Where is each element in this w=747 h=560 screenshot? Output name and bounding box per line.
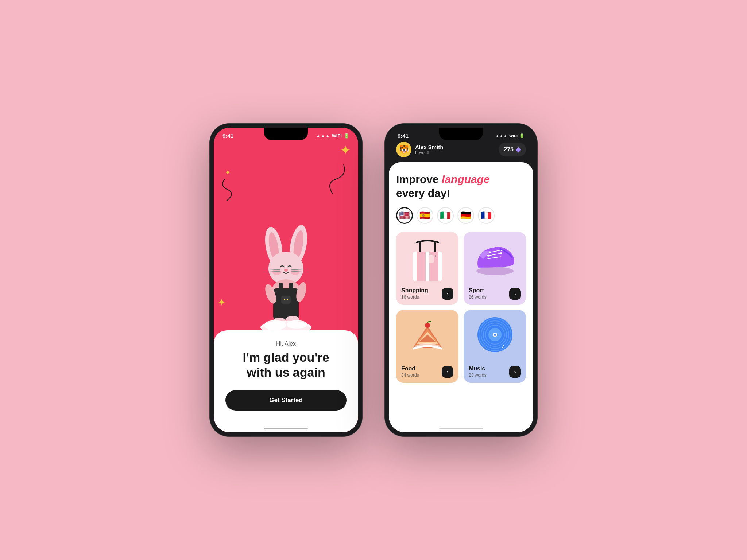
gem-icon: ◆	[516, 145, 521, 153]
signal-icon: ▲▲▲	[316, 133, 330, 139]
user-level: Level 6	[415, 150, 444, 155]
svg-rect-13	[273, 288, 299, 319]
shopping-card-bottom: Shopping 16 words ›	[401, 287, 453, 300]
dashboard-content: Improve language every day! 🇺🇸 🇪🇸 🇮🇹 🇩🇪 …	[389, 162, 533, 432]
sport-title: Sport	[469, 287, 487, 294]
shopping-illustration	[407, 237, 448, 284]
avatar: 🐯	[396, 142, 411, 157]
headline: Improve language every day!	[396, 172, 526, 200]
food-title: Food	[401, 365, 419, 372]
gems-count: 275	[504, 146, 514, 153]
music-words: 23 words	[469, 373, 487, 378]
wifi-icon: WiFi	[332, 133, 342, 139]
home-indicator-2	[439, 428, 483, 429]
svg-point-33	[476, 267, 513, 275]
svg-point-22	[264, 320, 286, 330]
flag-fr[interactable]: 🇫🇷	[478, 207, 495, 224]
svg-point-37	[489, 251, 491, 253]
status-icons-2: ▲▲▲ WiFi 🔋	[495, 133, 525, 138]
flag-es[interactable]: 🇪🇸	[417, 207, 433, 224]
sport-card-bottom: Sport 26 words ›	[469, 287, 521, 300]
star-decoration-1: ✦	[340, 143, 351, 158]
star-decoration-2: ✦	[217, 296, 226, 308]
food-words: 34 words	[401, 373, 419, 378]
music-title: Music	[469, 365, 487, 372]
shopping-words: 16 words	[401, 295, 428, 300]
headline-normal: Improve	[396, 173, 442, 185]
svg-point-41	[425, 323, 430, 328]
headline-italic: language	[442, 173, 490, 185]
curl-decoration-2	[221, 175, 239, 205]
sport-card-info: Sport 26 words	[469, 287, 487, 300]
battery-icon-2: 🔋	[519, 133, 525, 138]
svg-rect-25	[417, 252, 426, 281]
svg-point-40	[500, 252, 502, 254]
status-time-2: 9:41	[398, 133, 409, 139]
food-illustration	[406, 315, 449, 355]
notch-2	[439, 128, 483, 140]
bunny-illustration	[246, 225, 326, 330]
flags-row: 🇺🇸 🇪🇸 🇮🇹 🇩🇪 🇫🇷	[396, 207, 526, 224]
notch	[264, 128, 308, 140]
svg-text:♪: ♪	[502, 342, 505, 350]
flag-us[interactable]: 🇺🇸	[396, 207, 413, 224]
greeting-text: Hi, Alex	[225, 341, 347, 347]
battery-icon: 🔋	[344, 133, 349, 139]
wifi-icon-2: WiFi	[509, 134, 518, 138]
headline-end: every day!	[396, 187, 450, 199]
category-card-shopping[interactable]: Shopping 16 words ›	[396, 232, 458, 305]
svg-rect-16	[281, 296, 291, 304]
welcome-bottom-panel: Hi, Alex I'm glad you're with us again G…	[214, 330, 358, 432]
categories-grid: Shopping 16 words ›	[396, 232, 526, 383]
sport-arrow-button[interactable]: ›	[509, 288, 521, 300]
dashboard-header: 🐯 Alex Smith Level 6 275 ◆	[389, 139, 533, 162]
gems-badge: 275 ◆	[499, 143, 526, 156]
welcome-title: I'm glad you're with us again	[225, 350, 347, 380]
food-card-bottom: Food 34 words ›	[401, 365, 453, 378]
music-card-info: Music 23 words	[469, 365, 487, 378]
music-card-bottom: Music 23 words ›	[469, 365, 521, 378]
user-details: Alex Smith Level 6	[415, 144, 444, 155]
svg-text:♫: ♫	[482, 345, 486, 351]
food-card-info: Food 34 words	[401, 365, 419, 378]
category-card-music[interactable]: ♪ ♫ Music 23 words ›	[464, 310, 526, 383]
svg-point-49	[494, 334, 496, 336]
shopping-card-info: Shopping 16 words	[401, 287, 428, 300]
phone-dashboard: 9:41 ▲▲▲ WiFi 🔋 🐯 Alex Smith Level 6 275…	[384, 123, 538, 437]
phone-welcome: 9:41 ▲▲▲ WiFi 🔋 ✦ ✦ ✦	[209, 123, 363, 437]
shopping-arrow-button[interactable]: ›	[442, 288, 453, 300]
flag-it[interactable]: 🇮🇹	[437, 207, 454, 224]
sport-illustration	[471, 236, 519, 279]
category-card-sport[interactable]: Sport 26 words ›	[464, 232, 526, 305]
food-arrow-button[interactable]: ›	[442, 366, 453, 378]
status-time: 9:41	[222, 133, 233, 139]
user-info: 🐯 Alex Smith Level 6	[396, 142, 444, 157]
signal-icon-2: ▲▲▲	[495, 134, 507, 138]
home-indicator	[264, 428, 308, 429]
category-card-food[interactable]: Food 34 words ›	[396, 310, 458, 383]
svg-rect-14	[279, 283, 283, 294]
sport-words: 26 words	[469, 295, 487, 300]
svg-point-23	[287, 320, 307, 329]
music-arrow-button[interactable]: ›	[509, 366, 521, 378]
svg-point-7	[284, 269, 288, 272]
svg-point-39	[487, 255, 489, 257]
flag-de[interactable]: 🇩🇪	[457, 207, 474, 224]
shopping-title: Shopping	[401, 287, 428, 294]
user-name: Alex Smith	[415, 144, 444, 150]
music-illustration: ♪ ♫	[473, 314, 517, 357]
svg-rect-15	[289, 283, 293, 294]
curl-decoration-1	[325, 161, 347, 197]
svg-rect-30	[434, 257, 437, 263]
status-icons: ▲▲▲ WiFi 🔋	[316, 133, 349, 139]
hero-area: ✦ ✦ ✦	[214, 139, 358, 330]
get-started-button[interactable]: Get Started	[225, 390, 347, 411]
svg-rect-29	[429, 255, 434, 262]
